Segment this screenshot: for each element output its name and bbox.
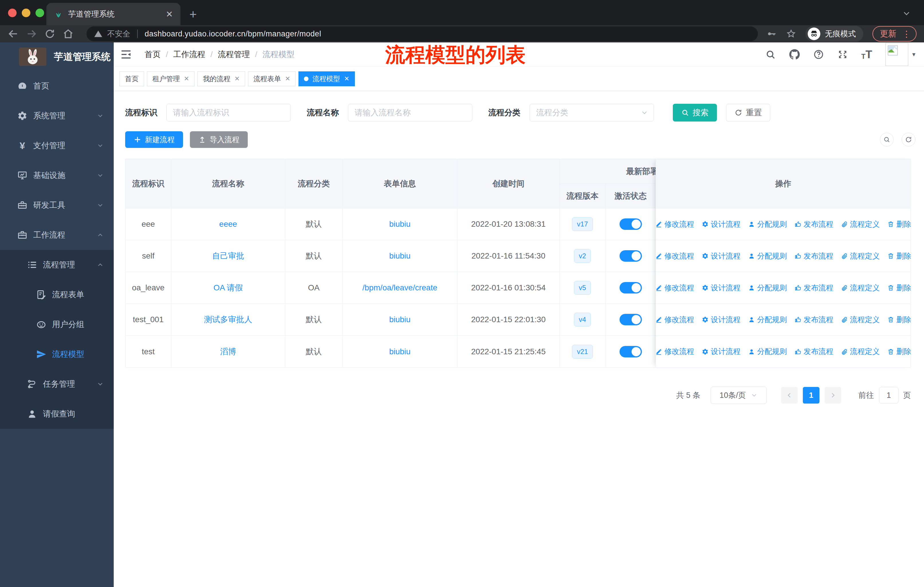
action-修改流程[interactable]: 修改流程 — [655, 251, 694, 261]
action-流程定义[interactable]: 流程定义 — [841, 347, 880, 357]
search-field-1[interactable] — [348, 104, 472, 122]
action-分配规则[interactable]: 分配规则 — [748, 315, 787, 325]
address-bar[interactable]: 不安全 dashboard.yudao.iocoder.cn/bpm/manag… — [86, 26, 758, 41]
window-close-button[interactable] — [8, 8, 16, 17]
action-发布流程[interactable]: 发布流程 — [795, 219, 833, 229]
search-field-0[interactable] — [167, 104, 291, 122]
tag-流程模型[interactable]: 流程模型✕ — [299, 71, 355, 86]
sidebar-item-流程模型[interactable]: 流程模型 — [0, 339, 114, 369]
action-流程定义[interactable]: 流程定义 — [841, 219, 880, 229]
cell-name[interactable]: OA 请假 — [171, 272, 285, 304]
action-流程定义[interactable]: 流程定义 — [841, 315, 880, 325]
cell-form[interactable]: biubiu — [343, 304, 457, 336]
current-page-button[interactable]: 1 — [803, 387, 820, 403]
action-修改流程[interactable]: 修改流程 — [655, 315, 694, 325]
action-删除[interactable]: 删除 — [887, 251, 911, 261]
cell-name-text[interactable]: eeee — [219, 220, 237, 229]
window-zoom-button[interactable] — [36, 8, 44, 17]
action-设计流程[interactable]: 设计流程 — [702, 251, 741, 261]
back-icon[interactable] — [7, 28, 19, 40]
header-search-icon[interactable] — [765, 49, 776, 60]
sidebar-logo[interactable]: 芋道管理系统 — [0, 42, 114, 71]
sidebar-collapse-hamburger-icon[interactable] — [120, 48, 132, 61]
cell-name-text[interactable]: OA 请假 — [213, 282, 243, 293]
sidebar-item-系统管理[interactable]: 系统管理 — [0, 101, 114, 131]
search-input[interactable] — [173, 108, 284, 117]
tag-close-icon[interactable]: ✕ — [285, 75, 290, 83]
cell-name[interactable]: 测试多审批人 — [171, 304, 285, 336]
refresh-table-button[interactable] — [902, 133, 916, 147]
toggle-search-button[interactable] — [880, 133, 894, 147]
user-avatar[interactable] — [885, 43, 908, 66]
browser-update-button[interactable]: 更新 ⋮ — [873, 26, 917, 41]
action-设计流程[interactable]: 设计流程 — [702, 283, 741, 293]
sidebar-item-研发工具[interactable]: 研发工具 — [0, 190, 114, 220]
cell-name[interactable]: 自己审批 — [171, 240, 285, 272]
reload-icon[interactable] — [44, 28, 56, 40]
sidebar-item-工作流程[interactable]: 工作流程 — [0, 220, 114, 250]
cell-name-text[interactable]: 测试多审批人 — [204, 314, 252, 325]
action-流程定义[interactable]: 流程定义 — [841, 283, 880, 293]
active-toggle[interactable] — [620, 218, 642, 230]
prev-page-button[interactable] — [781, 387, 798, 403]
search-input[interactable] — [355, 108, 466, 117]
github-icon[interactable] — [789, 49, 800, 60]
sidebar-item-基础设施[interactable]: 基础设施 — [0, 160, 114, 190]
tag-租户管理[interactable]: 租户管理✕ — [147, 71, 195, 86]
security-warning-icon[interactable] — [94, 30, 102, 38]
cell-form[interactable]: /bpm/oa/leave/create — [343, 272, 457, 304]
version-badge[interactable]: v2 — [574, 249, 591, 263]
action-设计流程[interactable]: 设计流程 — [702, 219, 741, 229]
tag-close-icon[interactable]: ✕ — [234, 75, 239, 83]
action-修改流程[interactable]: 修改流程 — [655, 219, 694, 229]
tag-close-icon[interactable]: ✕ — [184, 75, 189, 83]
cell-name-text[interactable]: 滔博 — [220, 346, 236, 357]
active-toggle[interactable] — [620, 346, 642, 357]
search-button[interactable]: 搜索 — [673, 104, 717, 122]
action-发布流程[interactable]: 发布流程 — [795, 251, 833, 261]
bookmark-star-icon[interactable] — [786, 29, 796, 39]
font-size-icon[interactable]: TT — [861, 49, 872, 60]
cell-form-text[interactable]: biubiu — [389, 251, 411, 261]
action-发布流程[interactable]: 发布流程 — [795, 315, 833, 325]
action-设计流程[interactable]: 设计流程 — [702, 347, 741, 357]
version-badge[interactable]: v4 — [574, 313, 591, 326]
tag-close-icon[interactable]: ✕ — [344, 75, 349, 83]
breadcrumb-item[interactable]: 首页 — [145, 49, 161, 60]
action-修改流程[interactable]: 修改流程 — [655, 283, 694, 293]
active-toggle[interactable] — [620, 250, 642, 262]
goto-page-input[interactable] — [879, 387, 899, 403]
cell-name[interactable]: 滔博 — [171, 336, 285, 367]
home-icon[interactable] — [63, 28, 74, 40]
tab-close-icon[interactable]: ✕ — [166, 9, 173, 19]
cell-form[interactable]: biubiu — [343, 336, 457, 367]
sidebar-item-请假查询[interactable]: 请假查询 — [0, 399, 114, 429]
reset-button[interactable]: 重置 — [726, 104, 770, 122]
avatar-caret-icon[interactable]: ▾ — [912, 51, 916, 58]
sidebar-item-用户分组[interactable]: 用户分组 — [0, 309, 114, 339]
sidebar-item-流程表单[interactable]: 流程表单 — [0, 280, 114, 309]
action-设计流程[interactable]: 设计流程 — [702, 315, 741, 325]
action-分配规则[interactable]: 分配规则 — [748, 219, 787, 229]
browser-menu-icon[interactable]: ⋮ — [902, 29, 911, 39]
browser-tab[interactable]: 芋道管理系统 ✕ — [46, 3, 180, 25]
tag-首页[interactable]: 首页 — [119, 71, 144, 86]
action-删除[interactable]: 删除 — [887, 219, 911, 229]
cell-form-text[interactable]: biubiu — [389, 347, 411, 356]
forward-icon[interactable] — [26, 28, 37, 40]
version-badge[interactable]: v5 — [574, 281, 591, 294]
cell-form[interactable]: biubiu — [343, 240, 457, 272]
window-minimize-button[interactable] — [22, 8, 30, 17]
cell-name[interactable]: eeee — [171, 208, 285, 240]
password-key-icon[interactable] — [766, 29, 777, 39]
cell-form[interactable]: biubiu — [343, 208, 457, 240]
version-badge[interactable]: v21 — [572, 345, 593, 359]
tag-流程表单[interactable]: 流程表单✕ — [248, 71, 295, 86]
category-select[interactable]: 流程分类 — [530, 104, 654, 122]
action-删除[interactable]: 删除 — [887, 283, 911, 293]
active-toggle[interactable] — [620, 314, 642, 325]
active-toggle[interactable] — [620, 282, 642, 293]
action-分配规则[interactable]: 分配规则 — [748, 347, 787, 357]
cell-form-text[interactable]: biubiu — [389, 315, 411, 324]
next-page-button[interactable] — [825, 387, 841, 403]
